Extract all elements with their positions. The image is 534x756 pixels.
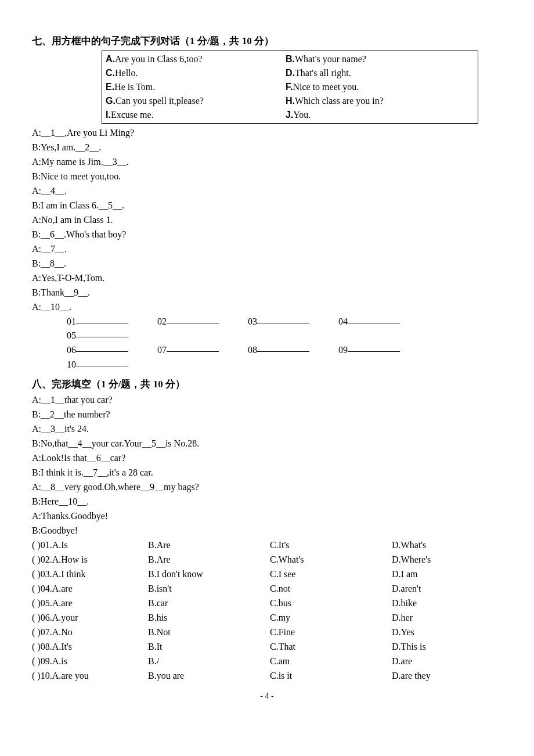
box-item-D: D.That's all right. xyxy=(286,66,474,80)
box-item-J: J.You. xyxy=(286,108,474,122)
answer-blank[interactable] xyxy=(76,366,128,366)
dialog-line: B:Thank__9__. xyxy=(32,286,502,300)
answer-label: 03 xyxy=(248,316,257,326)
dialog-line: A:__7__. xyxy=(32,242,502,256)
cloze-option-d: D.I am xyxy=(392,567,502,581)
box-text: Are you in Class 6,too? xyxy=(115,54,203,64)
answer-label: 10 xyxy=(67,359,76,369)
box-text: He is Tom. xyxy=(114,82,155,92)
cloze-option-d: D.Yes xyxy=(392,625,502,639)
cloze-number: ( )10.A.are you xyxy=(32,669,148,683)
cloze-option-c: C.I see xyxy=(270,567,392,581)
answer-label: 07 xyxy=(157,345,167,355)
cloze-option-b: B.Are xyxy=(148,553,270,567)
cloze-number: ( )05.A.are xyxy=(32,596,148,610)
options-box: A.Are you in Class 6,too? B.What's your … xyxy=(102,51,478,124)
cloze-row: ( )09.A.isB./C.amD.are xyxy=(32,654,502,668)
section7-heading: 七、用方框中的句子完成下列对话（1 分/题，共 10 分） xyxy=(32,34,502,49)
cloze-row: ( )03.A.I thinkB.I don't knowC.I seeD.I … xyxy=(32,567,502,581)
answer-label: 02 xyxy=(157,316,167,326)
answer-blank[interactable] xyxy=(167,323,219,323)
box-text: Which class are you in? xyxy=(295,96,384,106)
cloze-option-b: B.I don't know xyxy=(148,567,270,581)
cloze-option-c: C.not xyxy=(270,582,392,596)
cloze-row: ( )06.A.yourB.hisC.myD.her xyxy=(32,611,502,625)
cloze-option-d: D.are xyxy=(392,654,502,668)
dialog-line: A:__3__it's 24. xyxy=(32,422,502,436)
section8-heading: 八、完形填空（1 分/题，共 10 分） xyxy=(32,377,502,392)
answer-label: 01 xyxy=(67,316,76,326)
answer-blank[interactable] xyxy=(348,323,400,323)
cloze-option-b: B.you are xyxy=(148,669,270,683)
cloze-option-d: D.This is xyxy=(392,640,502,654)
cloze-row: ( )01.A.IsB.AreC.It'sD.What's xyxy=(32,538,502,552)
answer-label: 05 xyxy=(67,330,76,340)
cloze-option-c: C.am xyxy=(270,654,392,668)
cloze-option-d: D.her xyxy=(392,611,502,625)
box-item-C: C.Hello. xyxy=(106,66,286,80)
cloze-option-c: C.What's xyxy=(270,553,392,567)
dialog-line: B:__6__.Who's that boy? xyxy=(32,228,502,242)
dialog-line: A:__8__very good.Oh,where__9__my bags? xyxy=(32,480,502,494)
cloze-option-b: B.isn't xyxy=(148,582,270,596)
cloze-option-c: C.That xyxy=(270,640,392,654)
cloze-number: ( )07.A.No xyxy=(32,625,148,639)
answer-blank[interactable] xyxy=(76,323,128,323)
box-item-H: H.Which class are you in? xyxy=(286,94,474,108)
cloze-option-d: D.aren't xyxy=(392,582,502,596)
box-item-A: A.Are you in Class 6,too? xyxy=(106,52,286,66)
answer-row-1: 01 02 03 04 05 xyxy=(67,315,502,344)
cloze-number: ( )08.A.It's xyxy=(32,640,148,654)
answer-label: 04 xyxy=(338,316,348,326)
cloze-number: ( )09.A.is xyxy=(32,654,148,668)
cloze-option-b: B.his xyxy=(148,611,270,625)
cloze-options-container: ( )01.A.IsB.AreC.It'sD.What's( )02.A.How… xyxy=(32,538,502,683)
answer-blank[interactable] xyxy=(167,351,219,352)
cloze-option-b: B.Are xyxy=(148,538,270,552)
answer-blank[interactable] xyxy=(348,351,400,352)
box-item-F: F.Nice to meet you. xyxy=(286,80,474,94)
dialog-line: B:Goodbye! xyxy=(32,524,502,538)
dialog-line: A:__4__. xyxy=(32,184,502,198)
dialog-line: A:My name is Jim.__3__. xyxy=(32,155,502,169)
dialog-line: A:__1__that you car? xyxy=(32,393,502,407)
box-text: You. xyxy=(293,110,311,120)
cloze-option-b: B./ xyxy=(148,654,270,668)
box-text: Can you spell it,please? xyxy=(116,96,204,106)
box-text: What's your name? xyxy=(295,54,366,64)
dialog-line: A:__1__,Are you Li Ming? xyxy=(32,126,502,140)
cloze-number: ( )03.A.I think xyxy=(32,567,148,581)
cloze-option-c: C.is it xyxy=(270,669,392,683)
box-item-G: G.Can you spell it,please? xyxy=(106,94,286,108)
cloze-option-d: D.are they xyxy=(392,669,502,683)
cloze-number: ( )04.A.are xyxy=(32,582,148,596)
cloze-option-d: D.Where's xyxy=(392,553,502,567)
cloze-number: ( )01.A.Is xyxy=(32,538,148,552)
dialog-line: B:I am in Class 6.__5__. xyxy=(32,199,502,213)
cloze-option-b: B.car xyxy=(148,596,270,610)
cloze-row: ( )08.A.It'sB.ItC.ThatD.This is xyxy=(32,640,502,654)
dialog-line: B:__2__the number? xyxy=(32,408,502,422)
answer-label: 08 xyxy=(248,345,257,355)
answer-blank[interactable] xyxy=(257,323,309,323)
cloze-number: ( )02.A.How is xyxy=(32,553,148,567)
page-number: - 4 - xyxy=(32,690,502,702)
answer-blank[interactable] xyxy=(76,351,128,352)
cloze-option-c: C.my xyxy=(270,611,392,625)
cloze-row: ( )05.A.areB.carC.busD.bike xyxy=(32,596,502,610)
box-item-E: E.He is Tom. xyxy=(106,80,286,94)
dialog-line: B:Nice to meet you,too. xyxy=(32,170,502,183)
box-item-B: B.What's your name? xyxy=(286,52,474,66)
dialog-line: B:No,that__4__your car.Your__5__is No.28… xyxy=(32,437,502,451)
answer-blank[interactable] xyxy=(76,337,128,337)
dialog-line: B:Here__10__. xyxy=(32,495,502,509)
cloze-option-c: C.bus xyxy=(270,596,392,610)
dialog-line: A:Yes,T-O-M,Tom. xyxy=(32,271,502,285)
dialog-line: B:Yes,I am.__2__. xyxy=(32,141,502,154)
box-item-I: I.Excuse me. xyxy=(106,108,286,122)
box-text: Nice to meet you. xyxy=(293,82,359,92)
dialog-line: B:I think it is.__7__,it's a 28 car. xyxy=(32,466,502,480)
cloze-option-d: D.bike xyxy=(392,596,502,610)
answer-blank[interactable] xyxy=(257,351,309,352)
dialog-line: A:Look!Is that__6__car? xyxy=(32,451,502,465)
